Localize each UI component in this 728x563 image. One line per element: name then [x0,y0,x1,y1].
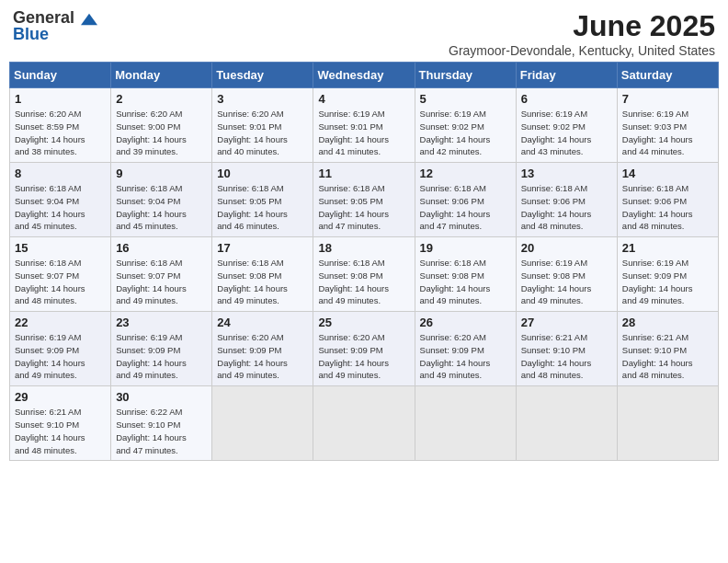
table-row: 15Sunrise: 6:18 AMSunset: 9:07 PMDayligh… [10,237,111,312]
table-row: 8Sunrise: 6:18 AMSunset: 9:04 PMDaylight… [10,163,111,237]
day-info: Sunrise: 6:18 AMSunset: 9:06 PMDaylight:… [622,182,713,233]
table-row: 7Sunrise: 6:19 AMSunset: 9:03 PMDaylight… [617,88,718,163]
day-info: Sunrise: 6:20 AMSunset: 8:59 PMDaylight:… [15,108,106,158]
day-number: 26 [420,316,511,329]
title-area: June 2025 Graymoor-Devondale, Kentucky, … [449,9,715,58]
day-info: Sunrise: 6:19 AMSunset: 9:01 PMDaylight:… [318,108,409,158]
day-info: Sunrise: 6:20 AMSunset: 9:01 PMDaylight:… [217,108,308,158]
table-row: 11Sunrise: 6:18 AMSunset: 9:05 PMDayligh… [313,163,415,237]
day-number: 20 [521,241,612,255]
col-monday: Monday [111,63,212,88]
table-row: 2Sunrise: 6:20 AMSunset: 9:00 PMDaylight… [111,88,212,163]
day-info: Sunrise: 6:20 AMSunset: 9:09 PMDaylight:… [318,331,409,382]
table-row: 16Sunrise: 6:18 AMSunset: 9:07 PMDayligh… [111,237,212,312]
table-row: 26Sunrise: 6:20 AMSunset: 9:09 PMDayligh… [415,312,516,386]
day-number: 19 [420,241,511,255]
col-thursday: Thursday [415,63,516,88]
day-number: 21 [622,241,713,255]
day-info: Sunrise: 6:19 AMSunset: 9:08 PMDaylight:… [521,257,612,307]
day-info: Sunrise: 6:18 AMSunset: 9:06 PMDaylight:… [420,182,511,233]
logo-general: General [13,8,74,27]
day-info: Sunrise: 6:19 AMSunset: 9:09 PMDaylight:… [15,331,106,382]
day-info: Sunrise: 6:20 AMSunset: 9:00 PMDaylight:… [116,108,207,158]
day-info: Sunrise: 6:18 AMSunset: 9:04 PMDaylight:… [15,182,106,233]
day-info: Sunrise: 6:18 AMSunset: 9:04 PMDaylight:… [116,182,207,233]
day-info: Sunrise: 6:21 AMSunset: 9:10 PMDaylight:… [15,406,106,456]
day-number: 24 [217,316,308,329]
day-number: 13 [521,167,612,180]
day-number: 8 [15,167,106,180]
table-row: 23Sunrise: 6:19 AMSunset: 9:09 PMDayligh… [111,312,212,386]
day-info: Sunrise: 6:18 AMSunset: 9:05 PMDaylight:… [318,182,409,233]
table-row: 25Sunrise: 6:20 AMSunset: 9:09 PMDayligh… [313,312,415,386]
table-row: 1Sunrise: 6:20 AMSunset: 8:59 PMDaylight… [10,88,111,163]
col-tuesday: Tuesday [212,63,313,88]
day-info: Sunrise: 6:18 AMSunset: 9:08 PMDaylight:… [420,257,511,307]
table-row: 27Sunrise: 6:21 AMSunset: 9:10 PMDayligh… [516,312,617,386]
day-info: Sunrise: 6:18 AMSunset: 9:07 PMDaylight:… [15,257,106,307]
calendar-week-row: 15Sunrise: 6:18 AMSunset: 9:07 PMDayligh… [10,237,719,312]
page-header: General Blue June 2025 Graymoor-Devondal… [9,9,719,58]
day-info: Sunrise: 6:18 AMSunset: 9:07 PMDaylight:… [116,257,207,307]
col-friday: Friday [516,63,617,88]
day-number: 23 [116,316,207,329]
table-row: 14Sunrise: 6:18 AMSunset: 9:06 PMDayligh… [617,163,718,237]
calendar-week-row: 8Sunrise: 6:18 AMSunset: 9:04 PMDaylight… [10,163,719,237]
day-number: 10 [217,167,308,180]
day-number: 5 [420,92,511,106]
day-number: 27 [521,316,612,329]
day-number: 12 [420,167,511,180]
logo: General Blue [13,9,97,42]
day-number: 22 [15,316,106,329]
table-row: 21Sunrise: 6:19 AMSunset: 9:09 PMDayligh… [617,237,718,312]
day-number: 11 [318,167,409,180]
table-row: 10Sunrise: 6:18 AMSunset: 9:05 PMDayligh… [212,163,313,237]
day-number: 25 [318,316,409,329]
table-row: 4Sunrise: 6:19 AMSunset: 9:01 PMDaylight… [313,88,415,163]
table-row [617,386,718,461]
table-row: 12Sunrise: 6:18 AMSunset: 9:06 PMDayligh… [415,163,516,237]
table-row: 30Sunrise: 6:22 AMSunset: 9:10 PMDayligh… [111,386,212,461]
svg-marker-0 [81,13,97,25]
day-number: 15 [15,241,106,255]
day-info: Sunrise: 6:19 AMSunset: 9:09 PMDaylight:… [622,257,713,307]
table-row: 18Sunrise: 6:18 AMSunset: 9:08 PMDayligh… [313,237,415,312]
day-info: Sunrise: 6:18 AMSunset: 9:08 PMDaylight:… [318,257,409,307]
table-row [212,386,313,461]
day-number: 17 [217,241,308,255]
day-number: 28 [622,316,713,329]
day-number: 14 [622,167,713,180]
day-info: Sunrise: 6:18 AMSunset: 9:05 PMDaylight:… [217,182,308,233]
logo-blue: Blue [13,26,97,42]
table-row: 19Sunrise: 6:18 AMSunset: 9:08 PMDayligh… [415,237,516,312]
day-info: Sunrise: 6:21 AMSunset: 9:10 PMDaylight:… [521,331,612,382]
logo-triangle-icon [81,13,97,26]
calendar-week-row: 29Sunrise: 6:21 AMSunset: 9:10 PMDayligh… [10,386,719,461]
day-number: 30 [116,390,207,404]
calendar-week-row: 1Sunrise: 6:20 AMSunset: 8:59 PMDaylight… [10,88,719,163]
day-info: Sunrise: 6:18 AMSunset: 9:06 PMDaylight:… [521,182,612,233]
day-number: 9 [116,167,207,180]
day-number: 2 [116,92,207,106]
day-number: 18 [318,241,409,255]
calendar-week-row: 22Sunrise: 6:19 AMSunset: 9:09 PMDayligh… [10,312,719,386]
col-sunday: Sunday [10,63,111,88]
table-row: 9Sunrise: 6:18 AMSunset: 9:04 PMDaylight… [111,163,212,237]
day-info: Sunrise: 6:19 AMSunset: 9:09 PMDaylight:… [116,331,207,382]
day-info: Sunrise: 6:20 AMSunset: 9:09 PMDaylight:… [420,331,511,382]
day-info: Sunrise: 6:18 AMSunset: 9:08 PMDaylight:… [217,257,308,307]
day-number: 1 [15,92,106,106]
table-row [516,386,617,461]
table-row: 6Sunrise: 6:19 AMSunset: 9:02 PMDaylight… [516,88,617,163]
table-row: 28Sunrise: 6:21 AMSunset: 9:10 PMDayligh… [617,312,718,386]
month-title: June 2025 [449,9,715,43]
location-subtitle: Graymoor-Devondale, Kentucky, United Sta… [449,43,715,58]
col-saturday: Saturday [617,63,718,88]
table-row: 13Sunrise: 6:18 AMSunset: 9:06 PMDayligh… [516,163,617,237]
day-info: Sunrise: 6:20 AMSunset: 9:09 PMDaylight:… [217,331,308,382]
day-number: 29 [15,390,106,404]
table-row: 3Sunrise: 6:20 AMSunset: 9:01 PMDaylight… [212,88,313,163]
table-row: 29Sunrise: 6:21 AMSunset: 9:10 PMDayligh… [10,386,111,461]
day-info: Sunrise: 6:19 AMSunset: 9:02 PMDaylight:… [521,108,612,158]
table-row: 22Sunrise: 6:19 AMSunset: 9:09 PMDayligh… [10,312,111,386]
